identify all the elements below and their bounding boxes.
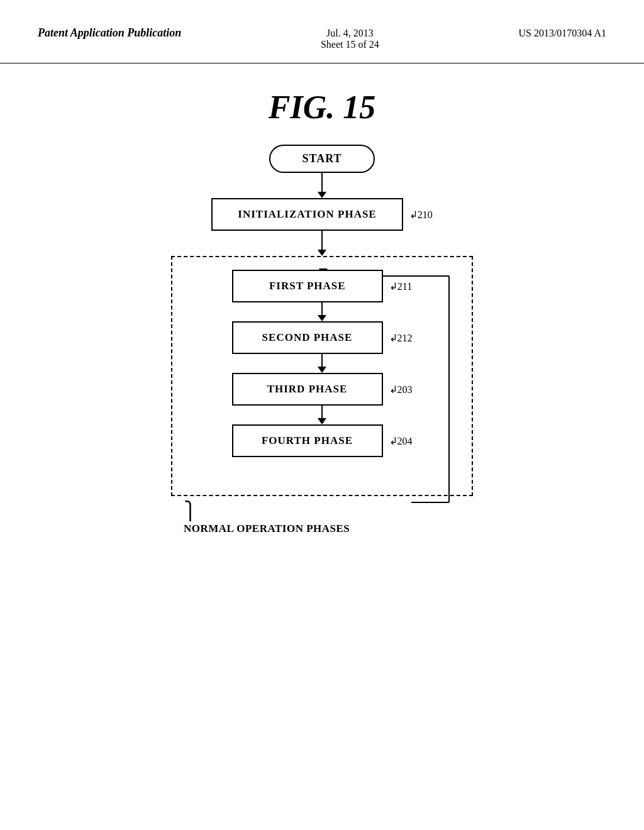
normal-operation-label: NORMAL OPERATION PHASES xyxy=(184,523,350,535)
third-phase-row: THIRD PHASE ↲203 xyxy=(232,373,413,406)
start-node: START xyxy=(269,145,374,173)
dashed-loop-box: FIRST PHASE ↲211 SECOND PHASE xyxy=(171,256,473,496)
flowchart: START INITIALIZATION PHASE ↲210 FIR xyxy=(146,145,498,535)
normal-operation-section: ⎫ NORMAL OPERATION PHASES xyxy=(184,502,350,535)
fourth-phase-row: FOURTH PHASE ↲204 xyxy=(232,424,413,457)
arrow-3-4 xyxy=(318,406,326,424)
page-header: Patent Application Publication Jul. 4, 2… xyxy=(0,0,644,64)
third-phase-box: THIRD PHASE xyxy=(232,373,383,406)
patent-number: US 2013/0170304 A1 xyxy=(518,25,606,39)
init-phase-ref: ↲210 xyxy=(409,209,433,221)
fourth-phase-box: FOURTH PHASE xyxy=(232,424,383,457)
first-phase-box: FIRST PHASE xyxy=(232,270,383,302)
arrow-1-2 xyxy=(318,302,326,321)
fourth-phase-ref: ↲204 xyxy=(389,435,413,447)
loop-container: FIRST PHASE ↲211 SECOND PHASE xyxy=(171,256,473,496)
first-phase-row: FIRST PHASE ↲211 xyxy=(232,270,412,302)
publication-date: Jul. 4, 2013 Sheet 15 of 24 xyxy=(321,25,379,50)
figure-title: FIG. 15 xyxy=(269,89,375,126)
second-phase-ref: ↲212 xyxy=(389,332,413,344)
arrow-2-3 xyxy=(318,354,326,373)
init-phase-box: INITIALIZATION PHASE xyxy=(211,198,402,231)
inner-flow: FIRST PHASE ↲211 SECOND PHASE xyxy=(191,270,453,476)
init-phase-row: INITIALIZATION PHASE ↲210 xyxy=(211,198,432,231)
arrow-init-to-loop xyxy=(318,231,326,256)
first-phase-ref: ↲211 xyxy=(389,280,412,292)
second-phase-row: SECOND PHASE ↲212 xyxy=(232,321,413,354)
second-phase-box: SECOND PHASE xyxy=(232,321,383,354)
publication-title: Patent Application Publication xyxy=(38,25,181,41)
arrow-start-to-init xyxy=(318,173,326,198)
third-phase-ref: ↲203 xyxy=(389,384,413,396)
main-content: FIG. 15 START INITIALIZATION PHASE ↲210 xyxy=(0,64,644,560)
brace-symbol: ⎫ xyxy=(184,502,197,520)
